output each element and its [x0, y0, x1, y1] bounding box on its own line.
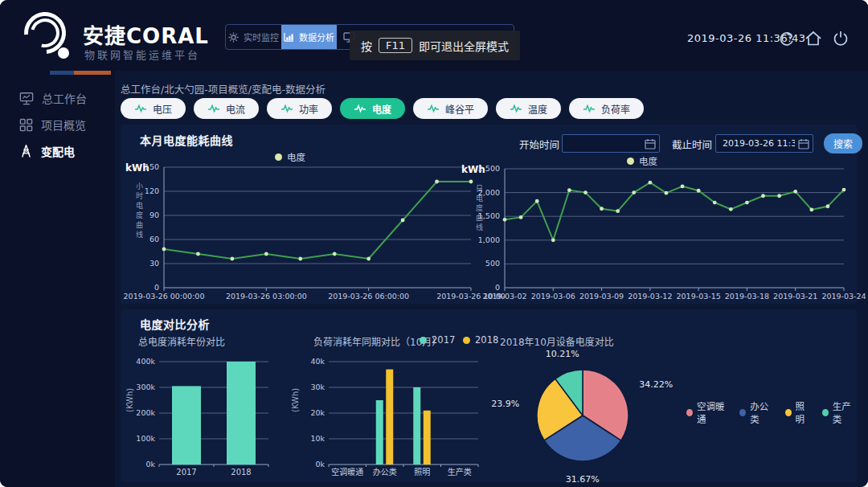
toast-text: 按: [361, 38, 372, 54]
svg-text:90: 90: [149, 211, 159, 219]
svg-text:2017: 2017: [176, 468, 196, 477]
svg-text:60: 60: [149, 235, 159, 244]
calendar-icon[interactable]: [798, 138, 809, 149]
legend-label[interactable]: 办公类: [750, 399, 774, 425]
home-icon[interactable]: [804, 29, 823, 48]
metric-tabs: 电压 电流 功率 电度 峰谷平 温度 负荷率: [121, 98, 644, 119]
svg-text:照明: 照明: [414, 468, 430, 477]
sidebar-item-label: 总工作台: [42, 90, 87, 106]
svg-text:200k: 200k: [136, 408, 155, 417]
svg-text:23.9%: 23.9%: [491, 399, 519, 409]
tab-label: 电流: [226, 102, 245, 116]
svg-text:2019-03-15: 2019-03-15: [677, 292, 721, 301]
pulse-icon: [510, 104, 522, 113]
svg-text:1,000: 1,000: [478, 235, 500, 244]
pulse-icon: [280, 104, 293, 113]
svg-text:31.67%: 31.67%: [566, 474, 600, 485]
calendar-icon[interactable]: [645, 138, 656, 149]
svg-text:2019-03-26 06:00:00: 2019-03-26 06:00:00: [328, 292, 409, 301]
svg-text:2019-03-18: 2019-03-18: [725, 292, 769, 301]
svg-text:2019-03-24: 2019-03-24: [821, 292, 866, 301]
svg-text:2018: 2018: [231, 468, 251, 477]
legend-label[interactable]: 照明: [796, 399, 812, 425]
svg-text:2,000: 2,000: [478, 188, 500, 197]
legend-dot: [785, 409, 792, 416]
breadcrumb: 总工作台/北大勺园-项目概览/变配电-数据分析: [121, 81, 326, 96]
svg-text:2019-03-09: 2019-03-09: [579, 292, 624, 301]
svg-text:20k: 20k: [310, 408, 325, 417]
app-header: 安捷CORAL 物联网智能运维平台 实时监控: [0, 0, 868, 71]
svg-text:2019-03-21: 2019-03-21: [773, 292, 817, 301]
power-icon[interactable]: [831, 29, 850, 48]
back-icon[interactable]: [776, 29, 796, 48]
energy-comparison-panel: 电度对比分析 总电度消耗年份对比 (KWh) 0k100k200k300k400…: [121, 309, 857, 482]
svg-text:400k: 400k: [136, 357, 155, 366]
legend-label[interactable]: 空调暖通: [697, 399, 729, 425]
tab-current[interactable]: 电流: [194, 98, 259, 119]
fullscreen-exit-toast: 按 F11 即可退出全屏模式: [350, 31, 520, 60]
toast-text: 即可退出全屏模式: [419, 38, 509, 54]
svg-text:0: 0: [154, 283, 159, 292]
svg-text:0k: 0k: [315, 460, 325, 469]
svg-text:0k: 0k: [145, 460, 155, 469]
end-time-label: 截止时间: [672, 137, 712, 152]
tab-power[interactable]: 功率: [267, 98, 332, 119]
workstation-icon: [19, 92, 34, 105]
pulse-icon: [427, 104, 440, 113]
svg-text:2019-03-12: 2019-03-12: [628, 292, 672, 301]
power-distribution-icon: [19, 144, 33, 158]
tab-load-rate[interactable]: 负荷率: [569, 98, 644, 119]
tab-energy[interactable]: 电度: [340, 98, 405, 119]
start-time-label: 开始时间: [519, 137, 559, 152]
svg-text:30k: 30k: [310, 383, 325, 391]
brand-logo: [24, 12, 72, 60]
nav-tab-label: 实时监控: [244, 31, 279, 43]
daily-energy-line-chart: 05001,0001,5002,0002,5002019-03-022019-0…: [474, 157, 854, 306]
sidebar-item-label: 项目概览: [41, 117, 86, 133]
energy-curve-panel: 本月电度能耗曲线 电度 kWh 小时电度曲线 03060901201502019…: [121, 125, 857, 304]
legend-dot: [686, 409, 693, 416]
panel-title: 本月电度能耗曲线: [140, 132, 233, 148]
svg-text:120: 120: [145, 186, 159, 195]
legend-label[interactable]: 生产类: [833, 399, 857, 425]
yearly-bar-chart: 0k100k200k300k400k20172018: [133, 343, 298, 478]
svg-text:2,500: 2,500: [478, 164, 500, 173]
svg-text:办公类: 办公类: [373, 467, 397, 477]
hourly-energy-line-chart: 03060901201502019-03-26 00:00:002019-03-…: [127, 157, 479, 306]
svg-text:40k: 40k: [310, 357, 325, 366]
nav-tab-label: 数据分析: [299, 31, 334, 43]
sidebar: 总工作台 项目概览 变配电: [0, 76, 115, 487]
svg-text:30: 30: [149, 259, 159, 268]
sidebar-item-power-distribution[interactable]: 变配电: [0, 138, 115, 164]
svg-text:2019-03-02: 2019-03-02: [482, 292, 526, 301]
tab-temperature[interactable]: 温度: [496, 98, 561, 119]
app-subtitle: 物联网智能运维平台: [84, 47, 200, 62]
sidebar-item-projects[interactable]: 项目概览: [0, 112, 115, 137]
tab-label: 峰谷平: [445, 102, 474, 116]
search-button[interactable]: 搜索: [824, 133, 862, 153]
svg-text:10.21%: 10.21%: [546, 349, 579, 359]
svg-text:1,500: 1,500: [478, 211, 500, 220]
app-title: 安捷CORAL: [83, 19, 209, 49]
tab-label: 功率: [299, 102, 318, 116]
tab-label: 温度: [528, 102, 547, 116]
sidebar-item-workbench[interactable]: 总工作台: [0, 85, 115, 111]
svg-text:空调暖通: 空调暖通: [331, 467, 363, 477]
overview-icon: [19, 118, 33, 132]
nav-tab-data-analysis[interactable]: 数据分析: [281, 25, 337, 49]
nav-tab-realtime[interactable]: 实时监控: [226, 25, 281, 49]
legend-dot: [822, 409, 829, 416]
tab-voltage[interactable]: 电压: [121, 98, 186, 119]
pulse-icon: [207, 104, 220, 113]
y-axis-name: (KWh): [291, 388, 300, 412]
sidebar-top-indicator: [50, 71, 111, 75]
svg-text:2019-03-26 00:00:00: 2019-03-26 00:00:00: [124, 292, 205, 301]
svg-text:34.22%: 34.22%: [639, 379, 673, 390]
grouped-bar-chart: 0k10k20k30k40k空调暖通办公类照明生产类: [301, 343, 494, 478]
svg-text:2019-03-06: 2019-03-06: [531, 292, 575, 301]
tab-label: 负荷率: [601, 102, 630, 116]
tab-label: 电压: [153, 102, 172, 116]
sidebar-item-label: 变配电: [41, 143, 75, 159]
dashboard: 安捷CORAL 物联网智能运维平台 实时监控: [0, 0, 868, 487]
tab-peak-valley[interactable]: 峰谷平: [413, 98, 488, 119]
